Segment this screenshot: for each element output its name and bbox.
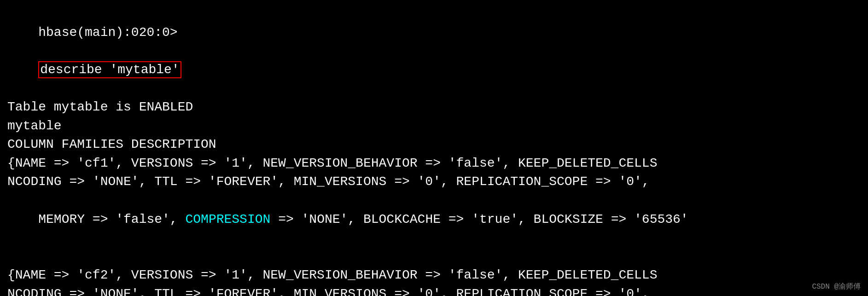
prompt-line: hbase(main):020:0> describe 'mytable' [7,5,861,98]
command-text: describe 'mytable' [38,61,181,78]
output-line-3: mytable [7,117,861,136]
output-line-2: Table mytable is ENABLED [7,98,861,117]
output-line-5: {NAME => 'cf1', VERSIONS => '1', NEW_VER… [7,154,861,173]
empty-line-1 [7,248,861,267]
prompt-text: hbase(main):020:0> [38,25,177,40]
compression-line1-after: => 'NONE', BLOCKCACHE => 'true', BLOCKSI… [270,212,688,226]
terminal-container: hbase(main):020:0> describe 'mytable' Ta… [7,5,861,296]
output-line-9: {NAME => 'cf2', VERSIONS => '1', NEW_VER… [7,266,861,285]
output-line-compression-1: MEMORY => 'false', COMPRESSION => 'NONE'… [7,192,861,248]
output-line-10: NCODING => 'NONE', TTL => 'FOREVER', MIN… [7,285,861,296]
watermark: CSDN @渝师傅 [812,282,861,291]
output-line-4: COLUMN FAMILIES DESCRIPTION [7,135,861,154]
compression-keyword-1: COMPRESSION [185,212,270,226]
compression-line1-before: MEMORY => 'false', [38,212,185,226]
output-line-6: NCODING => 'NONE', TTL => 'FOREVER', MIN… [7,173,861,192]
